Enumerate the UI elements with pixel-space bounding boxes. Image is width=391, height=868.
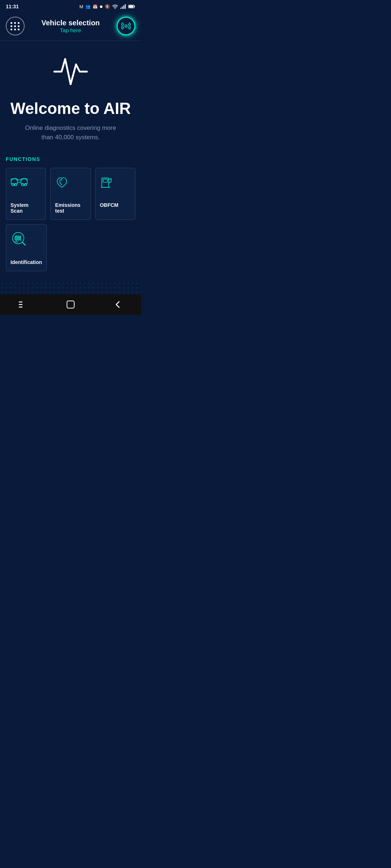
obfcm-label: OBFCM [100,202,118,208]
header-title: Vehicle selection [41,19,100,27]
svg-rect-4 [125,4,126,9]
functions-grid-top: System Scan Emissions test [6,168,135,220]
svg-rect-2 [122,7,123,9]
system-scan-label: System Scan [10,202,41,214]
status-icons: M 👥 📅 🔇 [79,4,135,9]
header-center: Vehicle selection Tap here [41,19,100,33]
svg-rect-1 [121,8,121,9]
header-subtitle[interactable]: Tap here [41,27,100,33]
header: Vehicle selection Tap here [0,13,141,41]
svg-rect-18 [103,179,107,182]
svg-rect-3 [123,5,124,9]
emissions-icon [55,175,69,192]
status-time: 11:31 [6,4,19,9]
svg-point-0 [115,8,115,9]
functions-section: FUNCTIONS [0,153,141,278]
hero-section: Welcome to AIR Online diagnostics coveri… [0,41,141,153]
wireless-scan-icon [121,21,131,31]
svg-line-29 [22,242,25,245]
pulse-logo-icon [52,55,89,88]
signal-icon [120,4,126,9]
identification-label: Identification [10,259,42,265]
functions-label: FUNCTIONS [6,156,135,162]
nav-bar [0,294,141,315]
system-scan-icon [10,175,28,192]
function-card-identification[interactable]: VIN Identification [6,224,47,271]
svg-rect-6 [134,6,135,7]
identification-icon: VIN [10,232,27,249]
battery-icon [128,4,135,9]
svg-rect-33 [67,301,74,308]
gmail-icon: M [79,4,83,9]
nav-back-button[interactable] [113,299,123,310]
hero-title: Welcome to AIR [10,99,131,118]
nav-menu-button[interactable] [18,301,29,309]
menu-dots-grid [10,22,20,30]
svg-text:VIN: VIN [14,241,18,243]
hero-subtitle: Online diagnostics covering more than 40… [20,123,121,142]
function-card-emissions[interactable]: Emissions test [50,168,91,220]
svg-rect-7 [129,5,134,8]
emissions-label: Emissions test [55,202,86,214]
notification-dot [100,5,102,8]
function-card-obfcm[interactable]: OBFCM [95,168,135,220]
calendar-icon: 📅 [93,4,98,9]
scan-button[interactable] [117,17,135,35]
app-logo [52,55,89,89]
menu-button[interactable] [6,17,25,35]
obfcm-icon [100,175,114,192]
svg-point-8 [125,25,127,27]
mute-icon: 🔇 [105,4,110,9]
wifi-icon [112,4,118,9]
status-bar: 11:31 M 👥 📅 🔇 [0,0,141,13]
nav-home-button[interactable] [66,299,76,310]
function-card-system-scan[interactable]: System Scan [6,168,46,220]
teams-icon: 👥 [85,4,91,9]
dot-pattern-decoration [0,281,141,294]
functions-grid-bottom: VIN Identification [6,224,135,271]
